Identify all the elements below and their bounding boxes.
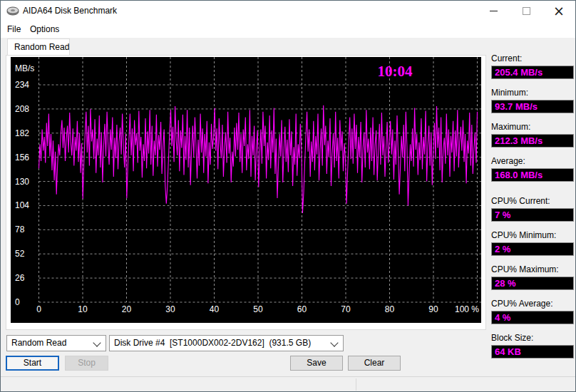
svg-text:10: 10: [78, 304, 88, 314]
svg-text:208: 208: [15, 104, 29, 114]
menu-file[interactable]: File: [7, 21, 21, 38]
maximize-button[interactable]: [510, 1, 542, 21]
stat-label: Current:: [491, 53, 571, 63]
stat-cpu-average: CPU% Average: 4 %: [491, 299, 571, 324]
svg-text:100 %: 100 %: [455, 304, 479, 314]
stat-value: 168.0 MB/s: [491, 168, 574, 182]
svg-text:78: 78: [15, 225, 25, 234]
stat-minimum: Minimum: 93.7 MB/s: [491, 88, 571, 113]
svg-text:156: 156: [15, 153, 29, 163]
svg-text:50: 50: [253, 304, 263, 314]
stat-label: Minimum:: [491, 88, 571, 98]
menu-options[interactable]: Options: [30, 21, 59, 38]
stat-cpu-current: CPU% Current: 7 %: [491, 196, 571, 222]
tab-random-read[interactable]: Random Read: [7, 38, 70, 55]
svg-text:10:04: 10:04: [378, 63, 413, 80]
svg-text:52: 52: [15, 249, 25, 259]
start-button[interactable]: Start: [6, 356, 59, 371]
save-button[interactable]: Save: [290, 356, 343, 371]
stat-block-size: Block Size: 64 KB: [491, 333, 571, 359]
minimize-icon: [490, 11, 498, 11]
svg-text:60: 60: [297, 304, 307, 314]
svg-text:70: 70: [341, 304, 351, 314]
svg-text:90: 90: [428, 304, 438, 314]
maximize-icon: [523, 7, 530, 15]
svg-text:0: 0: [15, 297, 20, 307]
svg-text:130: 130: [15, 177, 29, 187]
stat-value: 2 %: [491, 242, 574, 256]
svg-text:40: 40: [210, 304, 220, 314]
close-icon: ×: [553, 3, 565, 19]
stat-value: 4 %: [491, 311, 574, 324]
minimize-button[interactable]: [477, 1, 510, 21]
svg-text:80: 80: [385, 304, 395, 314]
stat-value: 28 %: [491, 277, 574, 290]
stat-value: 212.3 MB/s: [491, 134, 574, 148]
drive-select-value: Disk Drive #4 [ST1000DX002-2DV162] (931.…: [114, 336, 311, 351]
svg-text:0: 0: [36, 304, 41, 314]
svg-text:182: 182: [15, 128, 29, 138]
titlebar[interactable]: AIDA64 Disk Benchmark ×: [1, 1, 575, 21]
stat-label: CPU% Minimum:: [491, 230, 571, 240]
stat-label: CPU% Maximum:: [491, 264, 571, 274]
svg-text:MB/s: MB/s: [15, 63, 34, 73]
test-type-value: Random Read: [11, 336, 66, 351]
aida64-disk-benchmark-window: AIDA64 Disk Benchmark × File Options Ran…: [0, 0, 576, 392]
svg-text:30: 30: [165, 304, 175, 314]
clear-button[interactable]: Clear: [348, 356, 401, 371]
menubar: File Options: [1, 21, 575, 38]
stat-label: Block Size:: [491, 333, 571, 343]
stat-current: Current: 205.4 MB/s: [491, 53, 571, 79]
stat-label: CPU% Average:: [491, 299, 571, 309]
chevron-down-icon: [93, 339, 101, 346]
stat-label: CPU% Current:: [491, 196, 571, 206]
stat-cpu-minimum: CPU% Minimum: 2 %: [491, 230, 571, 256]
chevron-down-icon: [330, 339, 338, 346]
svg-text:104: 104: [15, 200, 29, 210]
drive-select[interactable]: Disk Drive #4 [ST1000DX002-2DV162] (931.…: [109, 335, 344, 351]
stop-button[interactable]: Stop: [65, 356, 108, 371]
test-type-select[interactable]: Random Read: [6, 335, 106, 351]
benchmark-chart: MB/s234208182156130104785226001020304050…: [11, 57, 481, 323]
stat-value: 7 %: [491, 208, 574, 222]
stat-value: 64 KB: [491, 345, 574, 359]
stat-value: 93.7 MB/s: [491, 100, 574, 113]
stat-cpu-maximum: CPU% Maximum: 28 %: [491, 264, 571, 290]
close-button[interactable]: ×: [542, 1, 575, 21]
stat-label: Maximum:: [491, 122, 571, 132]
stat-maximum: Maximum: 212.3 MB/s: [491, 122, 571, 148]
svg-text:20: 20: [122, 304, 132, 314]
stat-average: Average: 168.0 MB/s: [491, 156, 571, 182]
stat-label: Average:: [491, 156, 571, 166]
app-icon: [6, 6, 19, 16]
svg-text:234: 234: [15, 80, 29, 90]
stat-value: 205.4 MB/s: [491, 66, 574, 79]
status-bar: [1, 376, 575, 391]
window-title: AIDA64 Disk Benchmark: [23, 1, 117, 21]
svg-text:26: 26: [15, 273, 25, 283]
client-area: Random Read MB/s234208182156130104785226…: [1, 38, 575, 391]
status-separator: [356, 378, 356, 391]
